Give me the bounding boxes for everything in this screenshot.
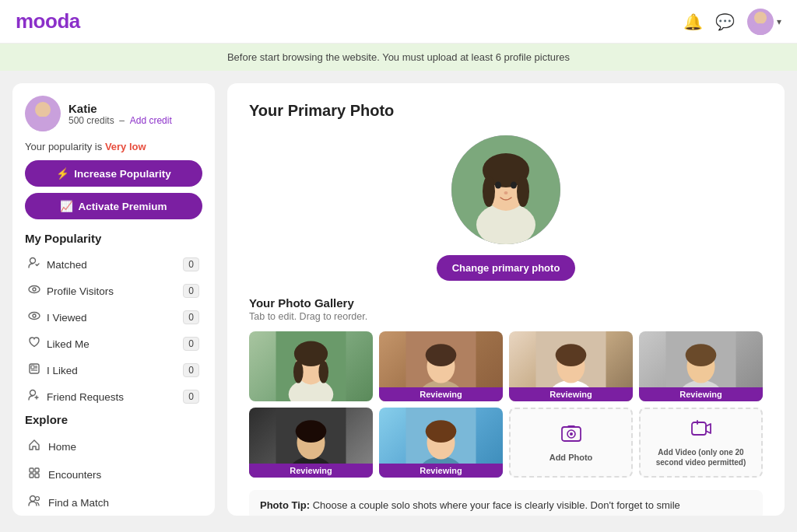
matched-count: 0 — [183, 257, 199, 271]
chevron-down-icon: ▾ — [777, 16, 781, 27]
friend-requests-label: Friend Requests — [47, 391, 124, 403]
svg-point-3 — [30, 117, 56, 131]
encounters-icon — [28, 467, 40, 482]
main-content: Your Primary Photo — [227, 83, 785, 516]
gallery-photo-5[interactable]: Reviewing — [249, 408, 373, 478]
svg-rect-66 — [692, 422, 706, 435]
svg-point-7 — [29, 313, 40, 320]
reviewing-badge-6: Reviewing — [379, 464, 503, 478]
i-viewed-label: I Viewed — [47, 312, 87, 324]
liked-me-item[interactable]: Liked Me 0 — [25, 331, 202, 357]
add-photo-button[interactable]: Add Photo — [509, 408, 633, 478]
photo-tip: Photo Tip: Choose a couple solo shots wh… — [249, 490, 763, 516]
gallery-photo-1[interactable] — [249, 331, 373, 401]
reviewing-badge-5: Reviewing — [249, 464, 373, 478]
friend-requests-item[interactable]: Friend Requests 0 — [25, 383, 202, 410]
svg-point-31 — [483, 176, 495, 207]
profile-visitors-label: Profile Visitors — [47, 285, 114, 297]
i-liked-count: 0 — [183, 363, 199, 377]
lightning-icon: ⚡ — [56, 167, 69, 180]
svg-point-22 — [36, 497, 40, 501]
svg-point-6 — [33, 288, 36, 291]
user-avatar — [25, 96, 61, 131]
svg-point-34 — [511, 182, 517, 189]
liked-me-label: Liked Me — [47, 338, 90, 350]
app-logo: mooda — [16, 9, 80, 33]
activate-premium-button[interactable]: 📈 Activate Premium — [25, 193, 202, 219]
home-icon — [28, 439, 40, 454]
gallery-photo-2[interactable]: Reviewing — [379, 331, 503, 401]
heart-icon — [28, 336, 40, 352]
gallery-photo-4[interactable]: Reviewing — [639, 331, 763, 401]
add-photo-icon — [560, 423, 582, 450]
svg-point-5 — [29, 286, 40, 293]
header-avatar — [747, 9, 774, 35]
add-credit-link[interactable]: Add credit — [130, 115, 172, 126]
svg-point-35 — [504, 191, 508, 194]
svg-rect-20 — [35, 474, 39, 478]
user-menu[interactable]: ▾ — [747, 9, 781, 35]
i-liked-label: I Liked — [47, 365, 78, 376]
gallery-subtitle: Tab to edit. Drag to reorder. — [249, 311, 763, 322]
user-info: Katie 500 credits – Add credit — [25, 96, 202, 131]
svg-point-41 — [318, 361, 328, 383]
photo-tip-text: Choose a couple solo shots where your fa… — [313, 499, 680, 511]
sidebar-item-encounters[interactable]: Encounters — [25, 460, 202, 488]
svg-point-1 — [750, 23, 771, 35]
user-credits: 500 credits – Add credit — [68, 115, 172, 126]
svg-rect-10 — [31, 366, 34, 369]
svg-rect-17 — [30, 468, 33, 472]
svg-point-64 — [570, 432, 573, 436]
app-header: mooda 🔔 💬 ▾ — [0, 0, 797, 44]
liked-me-count: 0 — [183, 337, 199, 351]
user-details: Katie 500 credits – Add credit — [68, 102, 172, 126]
svg-point-8 — [33, 314, 36, 317]
svg-point-21 — [30, 496, 36, 502]
primary-photo-section: Change primary photo — [249, 135, 763, 281]
user-name: Katie — [68, 102, 172, 115]
find-match-icon — [28, 495, 40, 510]
svg-point-2 — [35, 102, 51, 117]
profile-visitors-item[interactable]: Profile Visitors 0 — [25, 278, 202, 304]
my-popularity-title: My Popularity — [25, 232, 202, 245]
svg-rect-65 — [567, 425, 575, 428]
sidebar: Katie 500 credits – Add credit Your popu… — [12, 83, 215, 516]
matched-label: Matched — [47, 259, 87, 271]
i-viewed-item[interactable]: I Viewed 0 — [25, 304, 202, 331]
gallery-photo-6[interactable]: Reviewing — [379, 408, 503, 478]
add-video-label: Add Video (only one 20 second video perm… — [645, 447, 757, 467]
home-label: Home — [48, 441, 76, 453]
i-liked-item[interactable]: I Liked 0 — [25, 357, 202, 383]
main-layout: Katie 500 credits – Add credit Your popu… — [0, 71, 797, 528]
sidebar-item-home[interactable]: Home — [25, 432, 202, 460]
matched-icon — [28, 257, 40, 272]
increase-popularity-button[interactable]: ⚡ Increase Popularity — [25, 160, 202, 187]
matched-item[interactable]: Matched 0 — [25, 251, 202, 278]
svg-point-49 — [556, 344, 587, 366]
message-icon[interactable]: 💬 — [715, 12, 735, 31]
add-photo-label: Add Photo — [549, 453, 593, 462]
eye2-icon — [28, 310, 40, 325]
encounters-label: Encounters — [48, 469, 101, 481]
reviewing-badge-2: Reviewing — [379, 387, 503, 401]
eye-icon — [28, 283, 40, 299]
header-icons: 🔔 💬 ▾ — [683, 9, 781, 35]
svg-point-57 — [296, 420, 327, 443]
page-title: Your Primary Photo — [249, 102, 763, 120]
photo-gallery: Reviewing Reviewing — [249, 331, 763, 478]
svg-point-0 — [754, 12, 767, 24]
notification-icon[interactable]: 🔔 — [683, 12, 703, 31]
svg-rect-19 — [30, 474, 33, 478]
find-match-label: Find a Match — [48, 497, 109, 509]
photo-tip-prefix: Photo Tip: — [260, 499, 310, 511]
popularity-status: Your popularity is Very low — [25, 141, 202, 152]
popularity-value: Very low — [105, 141, 146, 152]
change-primary-photo-button[interactable]: Change primary photo — [437, 255, 576, 281]
svg-point-45 — [426, 344, 457, 366]
friend-requests-count: 0 — [183, 390, 199, 404]
gallery-photo-3[interactable]: Reviewing — [509, 331, 633, 401]
add-video-button[interactable]: Add Video (only one 20 second video perm… — [639, 408, 763, 478]
svg-point-61 — [426, 420, 457, 443]
svg-rect-18 — [35, 468, 39, 472]
sidebar-item-find-match[interactable]: Find a Match — [25, 488, 202, 516]
